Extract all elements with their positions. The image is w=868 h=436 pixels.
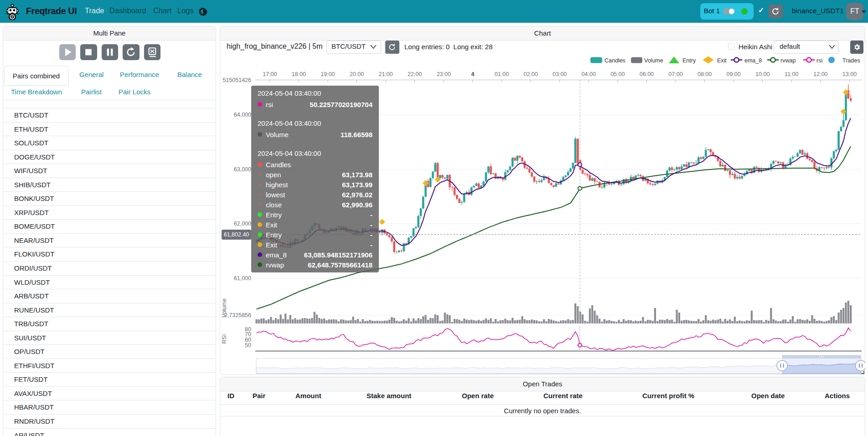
svg-text:Candles: Candles: [604, 57, 625, 64]
svg-text:19:00: 19:00: [320, 71, 335, 77]
svg-text:61,000: 61,000: [234, 275, 251, 282]
svg-text:06:00: 06:00: [640, 71, 654, 77]
svg-text:17:00: 17:00: [263, 71, 277, 77]
svg-text:07:00: 07:00: [668, 71, 682, 77]
svg-text:515051426: 515051426: [222, 77, 251, 83]
svg-text:22:00: 22:00: [408, 71, 422, 77]
svg-text:Volume: Volume: [221, 298, 227, 318]
svg-text:12:00: 12:00: [813, 71, 827, 77]
svg-text:50: 50: [245, 342, 251, 349]
svg-text:08:00: 08:00: [698, 71, 712, 77]
svg-text:11:00: 11:00: [785, 71, 798, 77]
svg-text:20:00: 20:00: [350, 71, 364, 77]
svg-text:21:00: 21:00: [378, 71, 393, 77]
svg-text:02:00: 02:00: [523, 71, 537, 77]
svg-text:01:00: 01:00: [495, 71, 509, 77]
svg-text:03:00: 03:00: [553, 71, 567, 77]
svg-text:62,000: 62,000: [234, 221, 251, 227]
svg-text:ema_8: ema_8: [744, 57, 762, 64]
svg-text:rvwap: rvwap: [780, 57, 796, 64]
svg-text:Trades: Trades: [842, 57, 860, 64]
svg-text:63,000: 63,000: [234, 166, 251, 173]
svg-text:05:00: 05:00: [610, 71, 625, 77]
svg-text:10:00: 10:00: [755, 71, 770, 77]
svg-text:Volume: Volume: [644, 57, 663, 64]
svg-text:23:00: 23:00: [437, 71, 451, 77]
svg-text:64,000: 64,000: [234, 112, 251, 118]
svg-text:RSI: RSI: [221, 334, 227, 344]
svg-text:4: 4: [471, 71, 474, 77]
svg-text:Entry: Entry: [682, 57, 696, 64]
svg-text:Exit: Exit: [717, 57, 727, 64]
svg-text:2,7325856: 2,7325856: [224, 312, 251, 318]
svg-text:rsi: rsi: [816, 57, 822, 64]
svg-text:13:00: 13:00: [842, 71, 857, 77]
svg-text:18:00: 18:00: [292, 71, 306, 77]
svg-text:09:00: 09:00: [726, 71, 740, 77]
svg-text:04:00: 04:00: [582, 71, 596, 77]
